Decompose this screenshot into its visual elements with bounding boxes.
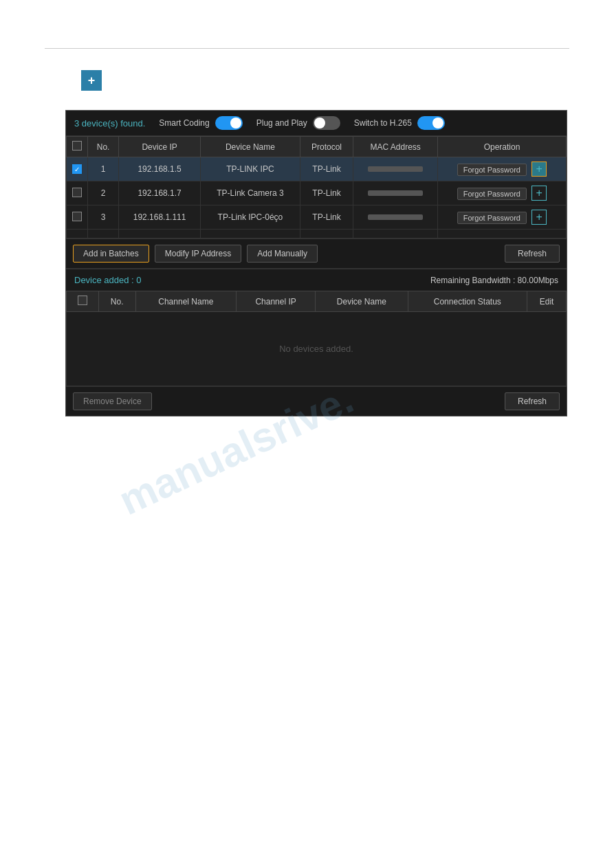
row2-no: 2 (88, 181, 119, 205)
row2-protocol: TP-Link (300, 181, 353, 205)
row2-name: TP-Link Camera 3 (200, 181, 300, 205)
h265-toggle[interactable] (417, 116, 445, 130)
added-col-channel-ip: Channel IP (237, 291, 316, 312)
device-count-label: 3 device(s) found. (74, 118, 145, 129)
added-col-conn-status: Connection Status (408, 291, 527, 312)
bandwidth-label: Remaining Bandwidth : 80.00Mbps (430, 276, 558, 285)
device-added-label: Device added : 0 (74, 275, 142, 285)
row3-ip: 192.168.1.111 (119, 205, 201, 230)
plug-play-group: Plug and Play (256, 116, 340, 130)
remove-device-button[interactable]: Remove Device (73, 392, 152, 410)
h265-group: Switch to H.265 (354, 116, 445, 130)
select-all-checkbox[interactable] (72, 141, 82, 151)
row1-protocol: TP-Link (300, 157, 353, 181)
added-select-all-checkbox[interactable] (78, 296, 87, 305)
added-col-channel-name: Channel Name (135, 291, 236, 312)
row3-checkbox[interactable] (72, 212, 82, 221)
col-header-protocol: Protocol (300, 137, 353, 157)
bottom-row: Remove Device Refresh (66, 386, 567, 416)
row2-forgot-btn[interactable]: Forgot Password (457, 188, 527, 200)
discovered-devices-table: No. Device IP Device Name Protocol MAC A… (66, 136, 567, 238)
row3-checkbox-cell (67, 205, 88, 230)
table-row: 2 192.168.1.7 TP-Link Camera 3 TP-Link F… (67, 181, 567, 205)
add-plus-top-button[interactable]: + (81, 70, 102, 91)
row1-checkbox-cell (67, 157, 88, 181)
row1-no: 1 (88, 157, 119, 181)
row3-mac (353, 205, 438, 230)
row2-add-btn[interactable]: + (531, 186, 547, 201)
page-container: + 3 device(s) found. Smart Coding Plug a… (0, 0, 614, 868)
col-header-checkbox (67, 137, 88, 157)
table-row-empty (67, 230, 567, 238)
main-panel: 3 device(s) found. Smart Coding Plug and… (65, 110, 567, 416)
row2-checkbox-cell (67, 181, 88, 205)
smart-coding-group: Smart Coding (159, 116, 242, 130)
col-header-operation: Operation (438, 137, 567, 157)
row3-operation: Forgot Password + (438, 205, 567, 230)
row3-name: TP-Link IPC-0éço (200, 205, 300, 230)
added-col-device-name: Device Name (316, 291, 408, 312)
plug-play-label: Plug and Play (256, 118, 307, 128)
h265-label: Switch to H.265 (354, 118, 412, 128)
row2-mac (353, 181, 438, 205)
added-col-edit: Edit (527, 291, 567, 312)
top-bar: 3 device(s) found. Smart Coding Plug and… (66, 111, 567, 136)
modify-ip-button[interactable]: Modify IP Address (155, 245, 242, 263)
added-header: Device added : 0 Remaining Bandwidth : 8… (66, 269, 567, 291)
add-manually-button[interactable]: Add Manually (247, 245, 318, 263)
col-header-no: No. (88, 137, 119, 157)
row3-add-btn[interactable]: + (531, 210, 547, 225)
col-header-mac: MAC Address (353, 137, 438, 157)
added-section: Device added : 0 Remaining Bandwidth : 8… (66, 268, 567, 416)
row3-no: 3 (88, 205, 119, 230)
top-divider (45, 48, 569, 49)
added-devices-table: No. Channel Name Channel IP Device Name … (66, 291, 567, 386)
row1-ip: 192.168.1.5 (119, 157, 201, 181)
row2-operation: Forgot Password + (438, 181, 567, 205)
row2-checkbox[interactable] (72, 188, 82, 197)
table-row: 3 192.168.1.111 TP-Link IPC-0éço TP-Link… (67, 205, 567, 230)
row2-ip: 192.168.1.7 (119, 181, 201, 205)
col-header-device-ip: Device IP (119, 137, 201, 157)
plug-play-toggle[interactable] (313, 116, 340, 130)
row3-protocol: TP-Link (300, 205, 353, 230)
row1-forgot-btn[interactable]: Forgot Password (457, 164, 527, 176)
bottom-refresh-button[interactable]: Refresh (505, 392, 560, 410)
action-row: Add in Batches Modify IP Address Add Man… (66, 238, 567, 268)
row1-mac (353, 157, 438, 181)
added-col-checkbox (67, 291, 99, 312)
added-col-no: No. (98, 291, 135, 312)
smart-coding-toggle[interactable] (215, 116, 243, 130)
top-refresh-button[interactable]: Refresh (505, 245, 560, 263)
row1-operation: Forgot Password + (438, 157, 567, 181)
col-header-device-name: Device Name (200, 137, 300, 157)
smart-coding-label: Smart Coding (159, 118, 209, 128)
row1-add-btn[interactable]: + (531, 162, 547, 177)
added-empty-row: No devices added. (67, 312, 567, 386)
empty-message: No devices added. (67, 312, 567, 386)
row1-checkbox[interactable] (72, 164, 82, 174)
table-row: 1 192.168.1.5 TP-LINK IPC TP-Link Forgot… (67, 157, 567, 181)
row3-forgot-btn[interactable]: Forgot Password (457, 212, 527, 224)
row1-name: TP-LINK IPC (200, 157, 300, 181)
add-in-batches-button[interactable]: Add in Batches (73, 245, 149, 263)
